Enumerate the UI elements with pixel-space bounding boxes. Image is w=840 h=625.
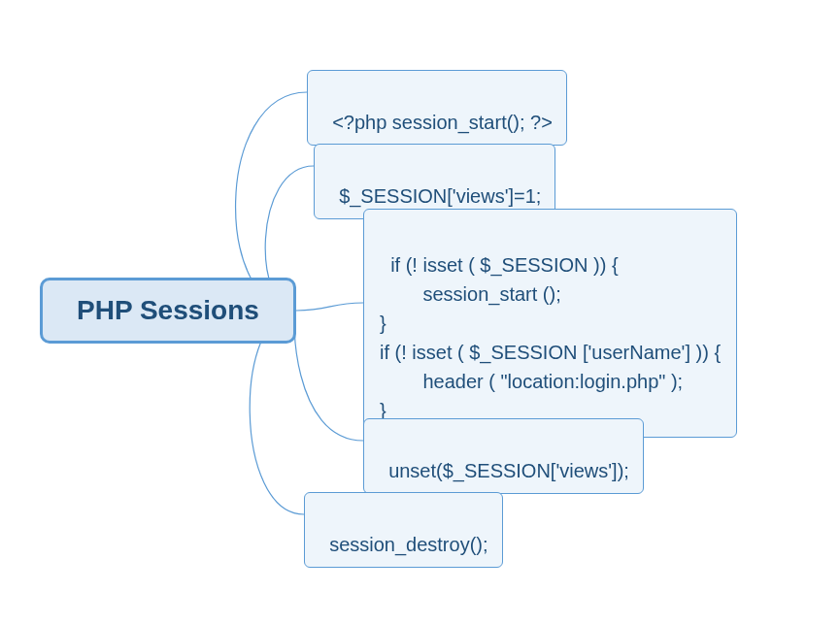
mindmap-child-node[interactable]: if (! isset ( $_SESSION )) { session_sta… (363, 209, 737, 438)
mindmap-root-node[interactable]: PHP Sessions (40, 278, 296, 344)
mindmap-child-node[interactable]: unset($_SESSION['views']); (363, 418, 644, 494)
root-label: PHP Sessions (77, 295, 259, 326)
child-text: <?php session_start(); ?> (332, 112, 553, 133)
child-text: session_destroy(); (329, 534, 487, 555)
child-text: $_SESSION['views']=1; (339, 185, 541, 207)
mindmap-child-node[interactable]: session_destroy(); (304, 492, 503, 568)
child-text: if (! isset ( $_SESSION )) { session_sta… (380, 254, 721, 421)
child-text: unset($_SESSION['views']); (388, 460, 629, 481)
mindmap-child-node[interactable]: <?php session_start(); ?> (307, 70, 567, 146)
